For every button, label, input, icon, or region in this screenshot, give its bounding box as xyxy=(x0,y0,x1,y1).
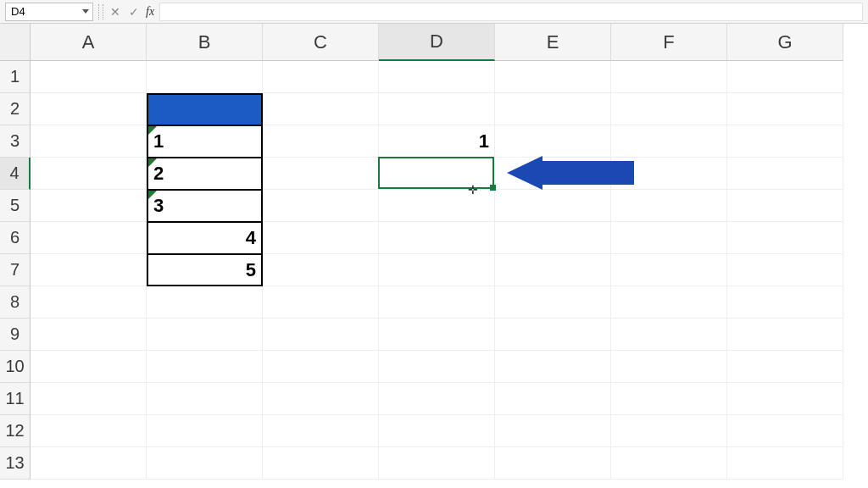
col-header-G[interactable]: G xyxy=(727,24,843,61)
cell-F3[interactable] xyxy=(611,125,727,158)
cell-E8[interactable] xyxy=(495,286,611,319)
cell-A6[interactable] xyxy=(31,222,147,254)
cell-A8[interactable] xyxy=(31,286,147,319)
cell-A9[interactable] xyxy=(31,319,147,351)
cell-A1[interactable] xyxy=(31,61,147,93)
row-header-3[interactable]: 3 xyxy=(0,125,31,158)
cell-B4[interactable]: 2 xyxy=(147,158,263,190)
cell-E6[interactable] xyxy=(495,222,611,254)
cell-F7[interactable] xyxy=(611,254,727,286)
cancel-icon[interactable]: ✕ xyxy=(108,6,122,18)
col-header-F[interactable]: F xyxy=(611,24,727,61)
cell-E1[interactable] xyxy=(495,61,611,93)
cell-B13[interactable] xyxy=(147,447,263,480)
cell-C1[interactable] xyxy=(263,61,379,93)
cell-G13[interactable] xyxy=(727,447,843,480)
row-header-1[interactable]: 1 xyxy=(0,61,31,93)
row-header-8[interactable]: 8 xyxy=(0,286,31,319)
cell-A5[interactable] xyxy=(31,190,147,222)
cell-G9[interactable] xyxy=(727,319,843,351)
cell-G3[interactable] xyxy=(727,125,843,158)
cell-B11[interactable] xyxy=(147,383,263,415)
col-header-D[interactable]: D xyxy=(379,24,495,61)
row-header-4[interactable]: 4 xyxy=(0,158,31,190)
cell-A3[interactable] xyxy=(31,125,147,158)
row-header-12[interactable]: 12 xyxy=(0,415,31,447)
name-box[interactable]: D4 xyxy=(5,3,93,21)
cell-A13[interactable] xyxy=(31,447,147,480)
cell-G8[interactable] xyxy=(727,286,843,319)
cell-G7[interactable] xyxy=(727,254,843,286)
cell-C12[interactable] xyxy=(263,415,379,447)
cell-B3[interactable]: 1 xyxy=(147,125,263,158)
col-header-C[interactable]: C xyxy=(263,24,379,61)
col-header-A[interactable]: A xyxy=(31,24,147,61)
cell-G6[interactable] xyxy=(727,222,843,254)
cell-F4[interactable] xyxy=(611,158,727,190)
cell-D9[interactable] xyxy=(379,319,495,351)
cell-D13[interactable] xyxy=(379,447,495,480)
select-all-corner[interactable] xyxy=(0,24,31,61)
cell-G1[interactable] xyxy=(727,61,843,93)
row-header-10[interactable]: 10 xyxy=(0,351,31,383)
cell-G2[interactable] xyxy=(727,93,843,125)
cell-D10[interactable] xyxy=(379,351,495,383)
chevron-down-icon[interactable] xyxy=(82,9,89,14)
cell-B5[interactable]: 3 xyxy=(147,190,263,222)
cell-A4[interactable] xyxy=(31,158,147,190)
cell-C9[interactable] xyxy=(263,319,379,351)
cell-E13[interactable] xyxy=(495,447,611,480)
cell-F12[interactable] xyxy=(611,415,727,447)
fx-icon[interactable]: fx xyxy=(146,5,154,19)
row-header-7[interactable]: 7 xyxy=(0,254,31,286)
cell-E9[interactable] xyxy=(495,319,611,351)
cell-F10[interactable] xyxy=(611,351,727,383)
cell-C11[interactable] xyxy=(263,383,379,415)
cell-C6[interactable] xyxy=(263,222,379,254)
cell-G4[interactable] xyxy=(727,158,843,190)
formula-input[interactable] xyxy=(159,3,863,21)
cell-C13[interactable] xyxy=(263,447,379,480)
cell-B7[interactable]: 5 xyxy=(147,254,263,286)
cell-D1[interactable] xyxy=(379,61,495,93)
cell-F5[interactable] xyxy=(611,190,727,222)
cell-E5[interactable] xyxy=(495,190,611,222)
cell-C3[interactable] xyxy=(263,125,379,158)
cell-D5[interactable] xyxy=(379,190,495,222)
cell-E3[interactable] xyxy=(495,125,611,158)
cell-C7[interactable] xyxy=(263,254,379,286)
cell-G10[interactable] xyxy=(727,351,843,383)
cell-A11[interactable] xyxy=(31,383,147,415)
cell-A12[interactable] xyxy=(31,415,147,447)
cell-F1[interactable] xyxy=(611,61,727,93)
cell-A10[interactable] xyxy=(31,351,147,383)
cell-B10[interactable] xyxy=(147,351,263,383)
cell-E7[interactable] xyxy=(495,254,611,286)
row-header-5[interactable]: 5 xyxy=(0,190,31,222)
cell-E4[interactable] xyxy=(495,158,611,190)
cell-B12[interactable] xyxy=(147,415,263,447)
cell-B8[interactable] xyxy=(147,286,263,319)
cell-D2[interactable] xyxy=(379,93,495,125)
cell-G11[interactable] xyxy=(727,383,843,415)
row-header-9[interactable]: 9 xyxy=(0,319,31,351)
row-header-13[interactable]: 13 xyxy=(0,447,31,480)
cell-E2[interactable] xyxy=(495,93,611,125)
row-header-6[interactable]: 6 xyxy=(0,222,31,254)
cell-C2[interactable] xyxy=(263,93,379,125)
cell-C5[interactable] xyxy=(263,190,379,222)
cell-F13[interactable] xyxy=(611,447,727,480)
cell-C4[interactable] xyxy=(263,158,379,190)
cell-G5[interactable] xyxy=(727,190,843,222)
col-header-B[interactable]: B xyxy=(147,24,263,61)
enter-icon[interactable]: ✓ xyxy=(127,6,141,18)
cell-D12[interactable] xyxy=(379,415,495,447)
cell-B2[interactable] xyxy=(147,93,263,125)
cell-E12[interactable] xyxy=(495,415,611,447)
cell-D11[interactable] xyxy=(379,383,495,415)
cell-D4[interactable] xyxy=(379,158,495,190)
cell-E11[interactable] xyxy=(495,383,611,415)
cell-D3[interactable]: 1 xyxy=(379,125,495,158)
cell-C8[interactable] xyxy=(263,286,379,319)
cell-D7[interactable] xyxy=(379,254,495,286)
